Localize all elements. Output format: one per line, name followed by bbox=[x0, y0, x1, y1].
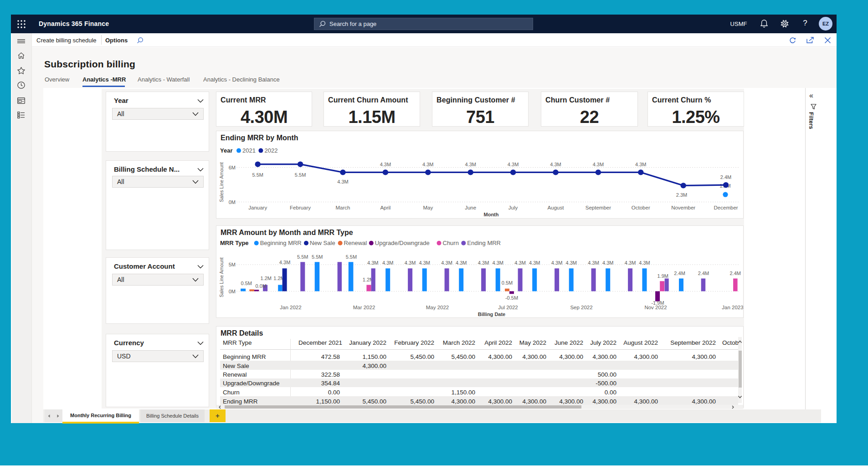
svg-text:1.9M: 1.9M bbox=[657, 273, 668, 279]
svg-text:4.3M: 4.3M bbox=[550, 162, 561, 167]
svg-text:5.5M: 5.5M bbox=[252, 172, 263, 178]
svg-text:Month: Month bbox=[484, 212, 499, 217]
svg-text:August: August bbox=[548, 205, 565, 210]
svg-text:5M: 5M bbox=[229, 262, 236, 267]
svg-text:4.3M: 4.3M bbox=[337, 179, 348, 184]
svg-text:4.3M: 4.3M bbox=[422, 162, 433, 167]
svg-text:4.3M: 4.3M bbox=[514, 260, 525, 266]
svg-text:0.0M: 0.0M bbox=[255, 283, 266, 289]
svg-text:Upgrade/Downgrade: Upgrade/Downgrade bbox=[375, 240, 430, 246]
svg-text:2.3M: 2.3M bbox=[676, 192, 687, 198]
svg-text:2.4M: 2.4M bbox=[674, 271, 685, 276]
svg-text:Renewal: Renewal bbox=[344, 240, 367, 246]
svg-text:Ending MRR: Ending MRR bbox=[467, 240, 501, 246]
svg-text:2.4M: 2.4M bbox=[698, 271, 709, 276]
svg-text:Sales Line Amount: Sales Line Amount bbox=[219, 162, 224, 202]
svg-text:May: May bbox=[423, 205, 433, 210]
svg-text:Beginning MRR: Beginning MRR bbox=[260, 240, 302, 246]
svg-text:July: July bbox=[508, 205, 518, 210]
svg-text:June: June bbox=[465, 205, 476, 210]
svg-text:4.3M: 4.3M bbox=[456, 260, 467, 266]
svg-text:November: November bbox=[671, 205, 695, 210]
svg-text:4.3M: 4.3M bbox=[279, 260, 290, 265]
svg-text:April: April bbox=[380, 205, 390, 210]
svg-text:4.3M: 4.3M bbox=[382, 260, 393, 266]
svg-text:4.3M: 4.3M bbox=[367, 260, 378, 266]
svg-text:MRR Type: MRR Type bbox=[220, 240, 249, 246]
svg-text:4.3M: 4.3M bbox=[465, 162, 476, 167]
svg-text:5.5M: 5.5M bbox=[295, 172, 306, 178]
svg-text:2.4M: 2.4M bbox=[720, 174, 731, 180]
svg-text:4.3M: 4.3M bbox=[380, 162, 391, 167]
svg-text:4.3M: 4.3M bbox=[529, 260, 540, 266]
svg-text:Nov 2022: Nov 2022 bbox=[644, 305, 667, 310]
svg-text:5.5M: 5.5M bbox=[346, 254, 357, 260]
svg-text:March: March bbox=[336, 205, 350, 210]
svg-text:5.5M: 5.5M bbox=[297, 254, 308, 260]
svg-text:5.5M: 5.5M bbox=[312, 254, 323, 260]
svg-text:4.3M: 4.3M bbox=[405, 260, 416, 266]
svg-text:4.3M: 4.3M bbox=[492, 260, 503, 266]
svg-text:Churn: Churn bbox=[443, 240, 459, 246]
svg-text:Jan 2022: Jan 2022 bbox=[280, 305, 301, 310]
svg-text:4.3M: 4.3M bbox=[635, 162, 646, 167]
svg-text:Jan 2023: Jan 2023 bbox=[722, 305, 743, 310]
svg-text:Sales Line Amount: Sales Line Amount bbox=[219, 257, 224, 297]
svg-text:4.3M: 4.3M bbox=[441, 260, 452, 266]
svg-text:4.3M: 4.3M bbox=[593, 162, 604, 167]
svg-text:6M: 6M bbox=[229, 165, 236, 170]
svg-text:Jul 2022: Jul 2022 bbox=[498, 305, 518, 310]
svg-text:October: October bbox=[632, 205, 650, 210]
svg-text:Billing Date: Billing Date bbox=[478, 312, 506, 317]
svg-text:September: September bbox=[586, 205, 611, 210]
svg-text:February: February bbox=[290, 205, 311, 210]
svg-text:Year: Year bbox=[220, 147, 232, 154]
svg-text:Mar 2022: Mar 2022 bbox=[353, 305, 375, 310]
svg-text:0.5M: 0.5M bbox=[502, 280, 513, 286]
svg-text:New Sale: New Sale bbox=[310, 240, 335, 246]
svg-text:0.5M: 0.5M bbox=[241, 281, 252, 286]
svg-text:January: January bbox=[248, 205, 267, 210]
svg-text:4.3M: 4.3M bbox=[602, 260, 613, 266]
svg-text:4.3M: 4.3M bbox=[508, 162, 519, 167]
svg-text:2022: 2022 bbox=[265, 147, 278, 154]
svg-text:4.3M: 4.3M bbox=[478, 260, 489, 266]
svg-text:0M: 0M bbox=[229, 199, 236, 205]
svg-text:-0.5M: -0.5M bbox=[505, 295, 518, 301]
svg-text:December: December bbox=[714, 205, 738, 210]
svg-text:0M: 0M bbox=[229, 289, 236, 294]
svg-text:May 2022: May 2022 bbox=[426, 305, 449, 310]
svg-text:4.3M: 4.3M bbox=[588, 260, 599, 266]
svg-text:4.3M: 4.3M bbox=[625, 260, 636, 266]
svg-text:4.3M: 4.3M bbox=[551, 260, 562, 266]
svg-text:4.3M: 4.3M bbox=[639, 260, 650, 266]
svg-text:4.3M: 4.3M bbox=[419, 260, 430, 266]
svg-text:Sep 2022: Sep 2022 bbox=[570, 305, 592, 310]
svg-text:2021: 2021 bbox=[242, 147, 256, 154]
svg-text:1.2M: 1.2M bbox=[261, 276, 272, 281]
svg-text:2.4M: 2.4M bbox=[729, 271, 740, 276]
svg-text:4.3M: 4.3M bbox=[565, 260, 576, 266]
